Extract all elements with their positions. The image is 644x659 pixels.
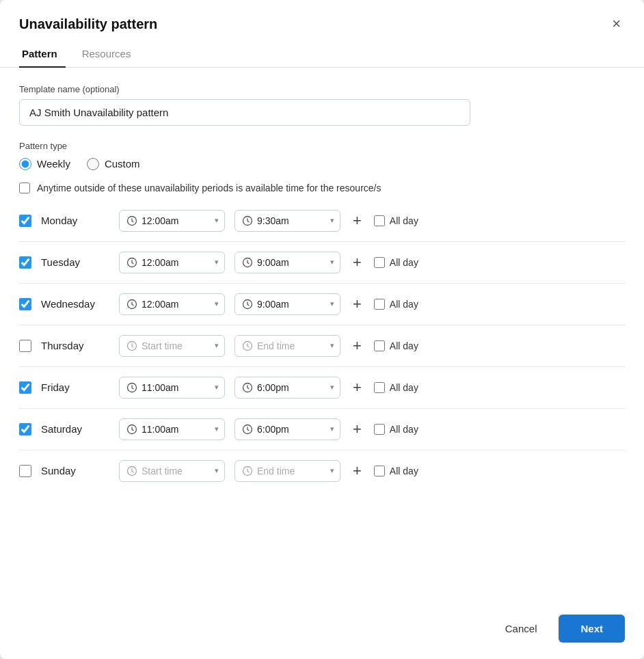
allday-checkbox-saturday[interactable] — [374, 424, 385, 435]
add-time-button-tuesday[interactable]: + — [350, 255, 364, 270]
start-time-select-sunday[interactable]: Start time 12:00am12:30am1:00am1:30am2:0… — [119, 460, 225, 482]
allday-text-wednesday: All day — [390, 299, 418, 310]
cancel-button[interactable]: Cancel — [493, 616, 550, 641]
add-time-button-friday[interactable]: + — [350, 380, 364, 395]
end-time-select-tuesday[interactable]: 12:00am12:30am1:00am1:30am2:00am2:30am3:… — [234, 252, 340, 273]
start-time-chevron-thursday: ▾ — [215, 341, 219, 350]
end-time-input-saturday[interactable]: 12:00am12:30am1:00am1:30am2:00am2:30am3:… — [257, 424, 326, 435]
end-time-chevron-thursday: ▾ — [330, 341, 334, 350]
day-row-sunday: Sunday Start time 12:00am12:30am1:00am1:… — [19, 450, 625, 492]
day-checkbox-wednesday[interactable] — [19, 298, 31, 310]
end-time-select-friday[interactable]: 12:00am12:30am1:00am1:30am2:00am2:30am3:… — [234, 377, 340, 399]
allday-checkbox-thursday[interactable] — [374, 340, 385, 351]
allday-label-friday[interactable]: All day — [374, 382, 418, 393]
tabs-container: Pattern Resources — [0, 42, 644, 68]
end-time-input-friday[interactable]: 12:00am12:30am1:00am1:30am2:00am2:30am3:… — [257, 382, 326, 393]
day-name-monday: Monday — [41, 215, 109, 226]
end-time-input-tuesday[interactable]: 12:00am12:30am1:00am1:30am2:00am2:30am3:… — [257, 257, 326, 268]
day-checkbox-friday[interactable] — [19, 381, 31, 394]
day-checkbox-monday[interactable] — [19, 215, 31, 227]
day-row-monday: Monday 12:00am12:30am1:00am1:30am2:00am2… — [19, 200, 625, 242]
modal-header: Unavailability pattern × — [0, 0, 644, 33]
allday-label-sunday[interactable]: All day — [374, 466, 418, 476]
allday-checkbox-wednesday[interactable] — [374, 299, 385, 310]
day-name-wednesday: Wednesday — [41, 298, 109, 310]
add-time-button-saturday[interactable]: + — [350, 422, 364, 437]
start-time-select-monday[interactable]: 12:00am12:30am1:00am1:30am2:00am2:30am3:… — [119, 210, 225, 232]
day-name-friday: Friday — [41, 381, 109, 393]
end-time-select-sunday[interactable]: End time 12:00am12:30am1:00am1:30am2:00a… — [234, 460, 340, 482]
end-time-select-wednesday[interactable]: 12:00am12:30am1:00am1:30am2:00am2:30am3:… — [234, 293, 340, 315]
end-time-input-monday[interactable]: 12:00am12:30am1:00am1:30am2:00am2:30am3:… — [257, 215, 326, 226]
allday-text-thursday: All day — [390, 340, 418, 351]
day-name-sunday: Sunday — [41, 465, 109, 476]
close-button[interactable]: × — [608, 15, 625, 33]
day-name-tuesday: Tuesday — [41, 256, 109, 268]
radio-custom[interactable]: Custom — [87, 158, 140, 170]
add-time-button-wednesday[interactable]: + — [350, 297, 364, 312]
start-time-select-tuesday[interactable]: 12:00am12:30am1:00am1:30am2:00am2:30am3:… — [119, 252, 225, 273]
day-checkbox-sunday[interactable] — [19, 465, 31, 477]
end-time-select-thursday[interactable]: End time 12:00am12:30am1:00am1:30am2:00a… — [234, 335, 340, 357]
end-time-chevron-tuesday: ▾ — [330, 258, 334, 267]
allday-label-thursday[interactable]: All day — [374, 340, 418, 351]
allday-label-tuesday[interactable]: All day — [374, 257, 418, 268]
start-time-input-tuesday[interactable]: 12:00am12:30am1:00am1:30am2:00am2:30am3:… — [142, 257, 211, 268]
start-time-input-saturday[interactable]: 12:00am12:30am1:00am1:30am2:00am2:30am3:… — [142, 424, 211, 435]
start-time-chevron-monday: ▾ — [215, 216, 219, 225]
start-time-select-thursday[interactable]: Start time 12:00am12:30am1:00am1:30am2:0… — [119, 335, 225, 357]
start-time-chevron-tuesday: ▾ — [215, 258, 219, 267]
pattern-type-row: Weekly Custom — [19, 158, 625, 170]
anytime-checkbox-text: Anytime outside of these unavailability … — [37, 183, 381, 193]
end-time-input-thursday[interactable]: End time 12:00am12:30am1:00am1:30am2:00a… — [257, 340, 326, 351]
next-button[interactable]: Next — [559, 615, 625, 643]
allday-checkbox-monday[interactable] — [374, 215, 385, 226]
start-time-input-thursday[interactable]: Start time 12:00am12:30am1:00am1:30am2:0… — [142, 340, 211, 351]
radio-weekly-input[interactable] — [19, 158, 31, 170]
anytime-checkbox-label[interactable]: Anytime outside of these unavailability … — [19, 183, 625, 193]
radio-custom-input[interactable] — [87, 158, 99, 170]
allday-text-friday: All day — [390, 382, 418, 393]
start-time-chevron-wednesday: ▾ — [215, 299, 219, 308]
day-checkbox-tuesday[interactable] — [19, 256, 31, 269]
end-time-chevron-sunday: ▾ — [330, 466, 334, 475]
start-time-input-monday[interactable]: 12:00am12:30am1:00am1:30am2:00am2:30am3:… — [142, 215, 211, 226]
end-time-input-wednesday[interactable]: 12:00am12:30am1:00am1:30am2:00am2:30am3:… — [257, 299, 326, 310]
add-time-button-sunday[interactable]: + — [350, 463, 364, 479]
end-time-chevron-monday: ▾ — [330, 216, 334, 225]
allday-label-wednesday[interactable]: All day — [374, 299, 418, 310]
start-time-select-wednesday[interactable]: 12:00am12:30am1:00am1:30am2:00am2:30am3:… — [119, 293, 225, 315]
add-time-button-monday[interactable]: + — [350, 213, 364, 228]
tab-pattern[interactable]: Pattern — [19, 42, 66, 68]
start-time-select-friday[interactable]: 12:00am12:30am1:00am1:30am2:00am2:30am3:… — [119, 377, 225, 399]
modal-footer: Cancel Next — [0, 601, 644, 659]
anytime-checkbox[interactable] — [19, 183, 30, 193]
day-checkbox-thursday[interactable] — [19, 340, 31, 352]
start-time-select-saturday[interactable]: 12:00am12:30am1:00am1:30am2:00am2:30am3:… — [119, 418, 225, 440]
allday-text-tuesday: All day — [390, 257, 418, 268]
add-time-button-thursday[interactable]: + — [350, 338, 364, 353]
template-name-label: Template name (optional) — [19, 84, 625, 94]
allday-checkbox-friday[interactable] — [374, 382, 385, 393]
start-time-input-sunday[interactable]: Start time 12:00am12:30am1:00am1:30am2:0… — [142, 466, 211, 476]
allday-text-sunday: All day — [390, 466, 418, 476]
modal-body: Template name (optional) Pattern type We… — [0, 68, 644, 602]
pattern-type-section: Pattern type Weekly Custom — [19, 141, 625, 170]
end-time-select-monday[interactable]: 12:00am12:30am1:00am1:30am2:00am2:30am3:… — [234, 210, 340, 232]
radio-weekly[interactable]: Weekly — [19, 158, 70, 170]
start-time-input-friday[interactable]: 12:00am12:30am1:00am1:30am2:00am2:30am3:… — [142, 382, 211, 393]
allday-label-saturday[interactable]: All day — [374, 424, 418, 435]
start-time-input-wednesday[interactable]: 12:00am12:30am1:00am1:30am2:00am2:30am3:… — [142, 299, 211, 310]
end-time-input-sunday[interactable]: End time 12:00am12:30am1:00am1:30am2:00a… — [257, 466, 326, 476]
template-name-input[interactable] — [19, 99, 470, 126]
allday-checkbox-tuesday[interactable] — [374, 257, 385, 268]
allday-label-monday[interactable]: All day — [374, 215, 418, 226]
tab-resources[interactable]: Resources — [79, 42, 139, 68]
allday-checkbox-sunday[interactable] — [374, 466, 385, 476]
day-row-wednesday: Wednesday 12:00am12:30am1:00am1:30am2:00… — [19, 284, 625, 325]
day-checkbox-saturday[interactable] — [19, 423, 31, 435]
unavailability-pattern-modal: Unavailability pattern × Pattern Resourc… — [0, 0, 644, 659]
end-time-chevron-saturday: ▾ — [330, 425, 334, 433]
day-name-saturday: Saturday — [41, 423, 109, 435]
end-time-select-saturday[interactable]: 12:00am12:30am1:00am1:30am2:00am2:30am3:… — [234, 418, 340, 440]
